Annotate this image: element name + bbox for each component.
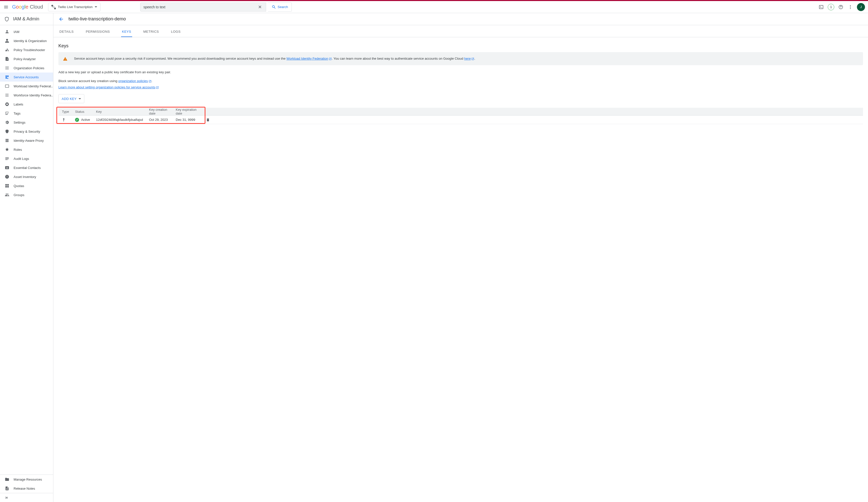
nav-icon (4, 74, 10, 80)
nav-label: Service Accounts (13, 75, 39, 79)
col-status: Status (72, 108, 93, 115)
cell-actions (203, 115, 863, 124)
sidebar-item-labels[interactable]: Labels (0, 100, 53, 109)
tab-details[interactable]: DETAILS (59, 30, 75, 37)
external-link-icon (471, 58, 474, 60)
tab-metrics[interactable]: METRICS (142, 30, 160, 37)
nav-icon (4, 102, 10, 107)
project-selector-button[interactable]: Twilio Live Transcription (48, 3, 101, 11)
sidebar-item-iam[interactable]: IAM (0, 27, 53, 36)
google-logo-text: Google (12, 4, 29, 10)
nav-label: Roles (13, 148, 22, 152)
tab-logs[interactable]: LOGS (170, 30, 182, 37)
sidebar-nav: IAM & Admin IAMIdentity & OrganizationPo… (0, 13, 53, 502)
nav-icon (4, 183, 10, 188)
svg-point-4 (850, 8, 851, 9)
sidebar-item-workforce-identity-federa[interactable]: Workforce Identity Federa... (0, 91, 53, 100)
sidebar-items-scroll[interactable]: IAMIdentity & OrganizationPolicy Trouble… (0, 25, 53, 474)
nav-icon (4, 129, 10, 134)
page-tabs: DETAILSPERMISSIONSKEYSMETRICSLOGS (53, 25, 868, 37)
sidebar-item-roles[interactable]: Roles (0, 145, 53, 154)
nav-icon (4, 174, 10, 179)
nav-icon (4, 38, 10, 43)
chevron-down-icon (79, 98, 81, 100)
search-box[interactable]: ✕ (140, 2, 266, 12)
project-icon (51, 5, 56, 9)
svg-point-2 (850, 5, 851, 6)
sidebar-item-organization-policies[interactable]: Organization Policies (0, 63, 53, 72)
sidebar-item-identity-organization[interactable]: Identity & Organization (0, 36, 53, 45)
nav-label: Settings (13, 121, 25, 124)
cell-expires: Dec 31, 9999 (173, 115, 203, 124)
nav-label: Audit Logs (13, 157, 29, 161)
free-trial-badge[interactable]: 1 (828, 4, 834, 10)
learn-here-link[interactable]: here (464, 57, 474, 60)
status-active-icon (75, 118, 79, 122)
google-cloud-logo[interactable]: Google Cloud (12, 4, 43, 10)
sidebar-item-tags[interactable]: Tags (0, 109, 53, 118)
sidebar-item-policy-analyzer[interactable]: Policy Analyzer (0, 54, 53, 63)
tab-keys[interactable]: KEYS (121, 30, 132, 37)
cell-status: Active (72, 115, 93, 124)
tab-permissions[interactable]: PERMISSIONS (85, 30, 111, 37)
sidebar-section-header[interactable]: IAM & Admin (0, 13, 53, 25)
sidebar-section-title: IAM & Admin (13, 16, 39, 22)
sidebar-item-asset-inventory[interactable]: Asset Inventory (0, 172, 53, 181)
trash-icon (206, 118, 210, 122)
section-title: Keys (59, 43, 863, 49)
nav-label: Tags (13, 112, 20, 115)
sidebar-footer: Manage ResourcesRelease Notes (0, 474, 53, 493)
sidebar-item-workload-identity-federat[interactable]: Workload Identity Federat... (0, 82, 53, 91)
nav-icon (4, 29, 10, 34)
learn-more-line: Learn more about setting organization po… (59, 85, 863, 89)
sidebar-item-privacy-security[interactable]: Privacy & Security (0, 127, 53, 136)
sidebar-item-essential-contacts[interactable]: Essential Contacts (0, 163, 53, 172)
search-icon (272, 5, 276, 9)
external-link-icon (329, 58, 332, 60)
shield-icon (4, 16, 10, 22)
keys-table: Type Status Key Key creation date Key ex… (59, 108, 863, 124)
search-button[interactable]: Search (268, 2, 292, 12)
nav-label: Essential Contacts (13, 166, 41, 170)
main-layout: IAM & Admin IAMIdentity & OrganizationPo… (0, 13, 868, 502)
nav-icon (4, 111, 10, 116)
nav-icon (4, 147, 10, 152)
nav-label: Policy Troubleshooter (13, 48, 45, 52)
sidebar-collapse-button[interactable] (0, 493, 53, 502)
sidebar-footer-release-notes[interactable]: Release Notes (0, 484, 53, 493)
page-title: twilio-live-transcription-demo (69, 16, 126, 22)
sidebar-item-settings[interactable]: Settings (0, 118, 53, 127)
learn-more-link[interactable]: Learn more about setting organization po… (59, 85, 159, 89)
nav-label: Groups (13, 193, 24, 197)
key-table-container: Type Status Key Key creation date Key ex… (59, 108, 863, 124)
add-key-button[interactable]: ADD KEY (59, 94, 84, 103)
nav-label: Identity & Organization (13, 39, 47, 43)
sidebar-item-policy-troubleshooter[interactable]: Policy Troubleshooter (0, 45, 53, 54)
add-key-label: ADD KEY (62, 97, 76, 101)
more-menu-button[interactable] (847, 4, 854, 10)
cloud-shell-button[interactable] (818, 4, 824, 10)
workload-identity-link[interactable]: Workload Identity Federation (287, 57, 332, 60)
org-policies-link[interactable]: organization policies (118, 79, 152, 83)
nav-label: Manage Resources (13, 478, 42, 481)
help-button[interactable] (838, 4, 844, 10)
user-avatar[interactable]: J (857, 3, 865, 11)
terminal-icon (819, 4, 824, 10)
sidebar-item-quotas[interactable]: Quotas (0, 181, 53, 190)
back-button[interactable] (59, 16, 64, 22)
sidebar-item-audit-logs[interactable]: Audit Logs (0, 154, 53, 163)
search-input[interactable] (144, 5, 257, 9)
external-link-icon (148, 80, 152, 83)
delete-key-button[interactable] (206, 118, 860, 122)
search-clear-button[interactable]: ✕ (257, 4, 263, 10)
nav-icon (4, 84, 10, 89)
nav-icon (4, 65, 10, 71)
sidebar-footer-manage-resources[interactable]: Manage Resources (0, 475, 53, 484)
nav-label: Organization Policies (13, 66, 44, 70)
sidebar-item-identity-aware-proxy[interactable]: Identity-Aware Proxy (0, 136, 53, 145)
sidebar-item-service-accounts[interactable]: Service Accounts (0, 72, 53, 82)
svg-point-3 (850, 7, 851, 7)
hamburger-menu-button[interactable] (3, 4, 9, 10)
nav-label: Workload Identity Federat... (13, 84, 53, 88)
sidebar-item-groups[interactable]: Groups (0, 190, 53, 199)
